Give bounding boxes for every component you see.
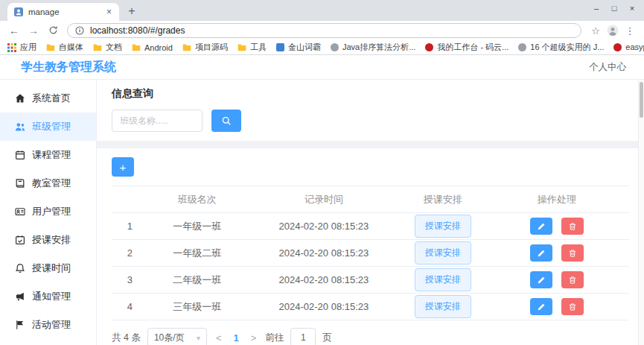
sidebar-item-label: 授课安排 <box>32 233 71 247</box>
table-row: 1 一年级一班 2024-02-20 08:15:23 授课安排 <box>112 213 629 240</box>
table-row: 4 三年级一班 2024-02-20 08:15:23 授课安排 <box>112 294 629 320</box>
site-icon-gray <box>331 43 339 51</box>
sidebar-item-activity-management[interactable]: 活动管理 <box>0 311 96 339</box>
pencil-icon <box>537 303 546 311</box>
col-index <box>112 186 148 213</box>
table-header-row: 班级名次 记录时间 授课安排 操作处理 <box>112 186 629 213</box>
row-index: 4 <box>112 294 148 320</box>
arrange-button[interactable]: 授课安排 <box>415 241 471 265</box>
bookmark-label: 自媒体 <box>59 42 83 53</box>
bookmark-item[interactable]: 工具 <box>237 42 267 53</box>
window-minimize-button[interactable]: – <box>587 0 605 16</box>
delete-button[interactable] <box>561 298 584 315</box>
browser-menu-icon[interactable]: ⋮ <box>622 26 638 36</box>
sidebar-item-label: 课程管理 <box>32 148 71 162</box>
arrange-button[interactable]: 授课安排 <box>415 215 471 238</box>
col-record-time: 记录时间 <box>246 186 402 213</box>
bookmark-star-icon[interactable]: ☆ <box>587 26 604 36</box>
prev-page-button[interactable]: < <box>214 332 224 344</box>
back-button[interactable]: ← <box>6 25 22 36</box>
bookmark-item[interactable]: 应用 <box>7 42 36 53</box>
sidebar-item-teaching-arrangement[interactable]: 授课安排 <box>0 226 96 254</box>
sidebar-item-user-management[interactable]: 用户管理 <box>0 197 96 226</box>
sidebar-item-class-management[interactable]: 班级管理 <box>0 113 96 141</box>
bookmark-label: 我的工作台 - 码云... <box>437 42 508 53</box>
edit-button[interactable] <box>530 218 552 235</box>
trash-icon <box>568 222 577 231</box>
bookmark-item[interactable]: 金山词霸 <box>276 42 321 53</box>
folder-icon <box>182 43 191 52</box>
calendar-icon <box>15 150 25 160</box>
bookmark-item[interactable]: easypoi: POI 工具... <box>613 42 644 53</box>
goto-suffix-label: 页 <box>322 332 332 344</box>
app-header: 学生教务管理系统 个人中心 <box>0 55 644 80</box>
tab-close-icon[interactable]: × <box>105 7 113 17</box>
sidebar-item-classroom-management[interactable]: 教室管理 <box>0 169 96 197</box>
url-bar[interactable]: localhost:8080/#/grades <box>67 23 581 38</box>
sidebar-item-label: 活动管理 <box>32 318 71 332</box>
window-close-button[interactable]: × <box>623 0 641 16</box>
site-icon-red <box>613 43 622 51</box>
sidebar-item-label: 系统首页 <box>32 92 71 105</box>
delete-button[interactable] <box>561 271 584 288</box>
class-name-search-input[interactable] <box>112 110 203 132</box>
bookmark-label: 工具 <box>250 42 267 53</box>
pencil-icon <box>537 222 546 231</box>
bookmark-label: 文档 <box>106 42 122 53</box>
bookmark-item[interactable]: 我的工作台 - 码云... <box>425 42 508 53</box>
col-operations: 操作处理 <box>484 186 629 213</box>
bookmark-label: Android <box>144 43 173 52</box>
sidebar-item-notification-management[interactable]: 通知管理 <box>0 282 96 311</box>
add-class-button[interactable]: + <box>112 157 134 177</box>
section-divider <box>97 141 644 148</box>
new-tab-button[interactable]: + <box>124 3 140 19</box>
folder-icon <box>93 43 102 52</box>
calendar-check-icon <box>15 235 25 245</box>
browser-tab[interactable]: manage × <box>7 3 119 21</box>
sidebar-item-course-management[interactable]: 课程管理 <box>0 141 96 169</box>
bookmark-item[interactable]: 自媒体 <box>46 42 83 53</box>
pagination: 共 4 条 10条/页 ▾ < 1 > 前往 页 <box>112 328 629 345</box>
page-info-icon[interactable] <box>75 26 84 35</box>
table-section: + 班级名次 记录时间 授课安排 操作处理 1 一年级一班 <box>97 148 644 345</box>
scrollbar[interactable] <box>638 80 644 345</box>
page-size-value: 10条/页 <box>154 332 185 344</box>
query-section-title: 信息查询 <box>112 87 629 101</box>
search-button[interactable] <box>211 110 241 132</box>
profile-center-link[interactable]: 个人中心 <box>589 61 626 74</box>
bookmark-item[interactable]: 16 个超级实用的 J... <box>518 42 604 53</box>
next-page-button[interactable]: > <box>249 332 259 344</box>
scrollbar-thumb[interactable] <box>640 82 643 118</box>
edit-button[interactable] <box>530 244 552 262</box>
tab-favicon-icon <box>13 7 24 17</box>
trash-icon <box>568 249 577 258</box>
edit-button[interactable] <box>530 271 552 288</box>
sidebar-item-label: 教室管理 <box>32 177 71 190</box>
sidebar-item-home[interactable]: 系统首页 <box>0 84 96 113</box>
class-table: 班级名次 记录时间 授课安排 操作处理 1 一年级一班 2024-02-20 0… <box>112 186 629 320</box>
window-maximize-button[interactable]: □ <box>605 0 623 16</box>
bell-icon <box>15 263 25 273</box>
edit-button[interactable] <box>530 298 552 315</box>
site-icon-blue <box>276 43 284 51</box>
bookmark-item[interactable]: 文档 <box>93 42 122 53</box>
folder-icon <box>46 43 55 52</box>
page-size-select[interactable]: 10条/页 ▾ <box>147 328 207 345</box>
arrange-button[interactable]: 授课安排 <box>415 268 471 291</box>
current-page-button[interactable]: 1 <box>231 332 242 344</box>
arrange-button[interactable]: 授课安排 <box>415 295 471 318</box>
bookmark-label: 应用 <box>20 42 36 53</box>
delete-button[interactable] <box>561 218 584 235</box>
bookmark-item[interactable]: Android <box>132 43 173 52</box>
bookmark-item[interactable]: Java排序算法分析... <box>331 42 415 53</box>
row-index: 1 <box>112 213 148 240</box>
site-icon-red <box>425 43 433 51</box>
forward-button[interactable]: → <box>25 25 42 36</box>
refresh-button[interactable] <box>45 25 61 37</box>
goto-page-input[interactable] <box>290 328 316 345</box>
delete-button[interactable] <box>561 244 584 262</box>
profile-avatar-icon[interactable] <box>607 25 619 37</box>
total-count-label: 共 4 条 <box>112 332 141 344</box>
sidebar-item-teaching-time[interactable]: 授课时间 <box>0 254 96 282</box>
bookmark-item[interactable]: 项目源码 <box>182 42 228 53</box>
